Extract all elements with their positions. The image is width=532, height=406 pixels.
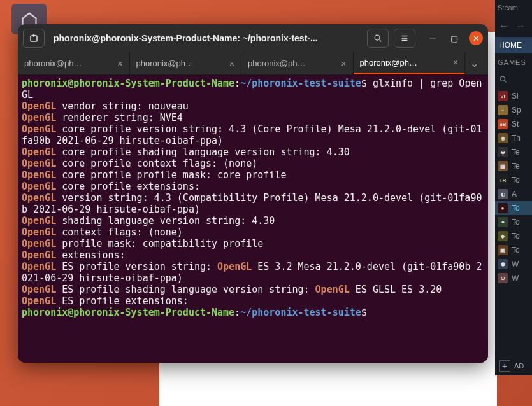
game-icon: ≡ xyxy=(498,105,508,115)
game-icon: VI xyxy=(498,91,508,101)
game-icon: TR xyxy=(498,175,508,185)
tab-dropdown-icon[interactable]: ⌄ xyxy=(465,52,483,74)
game-label: Te xyxy=(512,148,520,157)
steam-game-item[interactable]: SBSt xyxy=(495,117,532,131)
steam-game-item[interactable]: ⬢W xyxy=(495,257,532,271)
forward-icon[interactable]: → xyxy=(515,20,526,32)
steam-nav: ← → xyxy=(495,15,532,37)
game-label: To xyxy=(512,218,520,227)
game-icon: ▦ xyxy=(498,161,508,171)
terminal-tabs: phoronix@ph… × phoronix@ph… × phoronix@p… xyxy=(18,52,488,75)
maximize-button[interactable]: ▢ xyxy=(447,31,461,45)
steam-games-label: GAMES xyxy=(495,53,532,71)
steam-game-item[interactable]: ≡Sp xyxy=(495,103,532,117)
game-label: To xyxy=(512,176,520,185)
steam-game-item[interactable]: ▣To xyxy=(495,243,532,257)
game-label: W xyxy=(512,274,519,283)
terminal-titlebar: phoronix@phoronix-System-Product-Name: ~… xyxy=(18,24,488,52)
game-icon: ◐ xyxy=(498,189,508,199)
back-icon[interactable]: ← xyxy=(499,20,509,32)
svg-point-1 xyxy=(375,35,380,40)
svg-point-2 xyxy=(500,76,505,81)
game-icon: ⊙ xyxy=(498,273,508,283)
game-label: St xyxy=(512,120,519,129)
steam-game-item[interactable]: ●To xyxy=(495,201,532,215)
terminal-output[interactable]: phoronix@phoronix-System-Product-Name:~/… xyxy=(18,75,488,363)
steam-game-item[interactable]: ◆To xyxy=(495,229,532,243)
game-label: Th xyxy=(512,134,521,143)
terminal-tab[interactable]: phoronix@ph… × xyxy=(130,52,242,74)
steam-game-item[interactable]: ✦To xyxy=(495,215,532,229)
game-icon: ◉ xyxy=(498,133,508,143)
menu-button[interactable] xyxy=(394,29,415,48)
steam-game-item[interactable]: VISi xyxy=(495,89,532,103)
plus-icon: + xyxy=(499,360,510,372)
minimize-button[interactable]: ─ xyxy=(426,31,440,45)
new-tab-button[interactable] xyxy=(23,29,45,48)
game-label: Sp xyxy=(512,106,521,115)
steam-home[interactable]: HOME xyxy=(495,37,532,53)
steam-add-game[interactable]: + AD xyxy=(499,360,524,372)
game-icon: ⊕ xyxy=(498,147,508,157)
terminal-tab-active[interactable]: phoronix@ph… × xyxy=(354,52,466,74)
terminal-window: phoronix@phoronix-System-Product-Name: ~… xyxy=(18,24,488,363)
game-icon: ▣ xyxy=(498,245,508,255)
close-icon[interactable]: × xyxy=(453,57,458,67)
game-label: A xyxy=(512,190,517,199)
game-label: Te xyxy=(512,162,520,171)
search-button[interactable] xyxy=(367,29,389,48)
steam-game-list: VISi≡SpSBSt◉Th⊕Te▦TeTRTo◐A●To✦To◆To▣To⬢W… xyxy=(495,89,532,285)
game-icon: ◆ xyxy=(498,231,508,241)
terminal-tab[interactable]: phoronix@ph… × xyxy=(241,52,354,74)
steam-game-item[interactable]: ▦Te xyxy=(495,159,532,173)
game-label: W xyxy=(512,260,519,269)
game-icon: ✦ xyxy=(498,217,508,227)
close-button[interactable]: ✕ xyxy=(469,31,483,45)
search-icon[interactable] xyxy=(495,71,532,89)
steam-game-item[interactable]: ◐A xyxy=(495,187,532,201)
steam-game-item[interactable]: ⊕Te xyxy=(495,145,532,159)
close-icon[interactable]: × xyxy=(229,59,234,69)
window-title: phoronix@phoronix-System-Product-Name: ~… xyxy=(50,33,362,43)
steam-game-item[interactable]: ◉Th xyxy=(495,131,532,145)
steam-brand: Steam xyxy=(495,0,532,15)
game-label: To xyxy=(512,204,520,213)
steam-sidebar: Steam ← → HOME GAMES VISi≡SpSBSt◉Th⊕Te▦T… xyxy=(495,0,532,375)
game-label: Si xyxy=(512,92,519,101)
close-icon[interactable]: × xyxy=(341,59,346,69)
game-label: To xyxy=(512,246,520,255)
game-icon: ● xyxy=(498,203,508,213)
terminal-tab[interactable]: phoronix@ph… × xyxy=(18,52,130,74)
close-icon[interactable]: × xyxy=(117,59,122,69)
game-icon: SB xyxy=(498,119,508,129)
game-icon: ⬢ xyxy=(498,259,508,269)
steam-game-item[interactable]: ⊙W xyxy=(495,271,532,285)
game-label: To xyxy=(512,232,520,241)
steam-game-item[interactable]: TRTo xyxy=(495,173,532,187)
